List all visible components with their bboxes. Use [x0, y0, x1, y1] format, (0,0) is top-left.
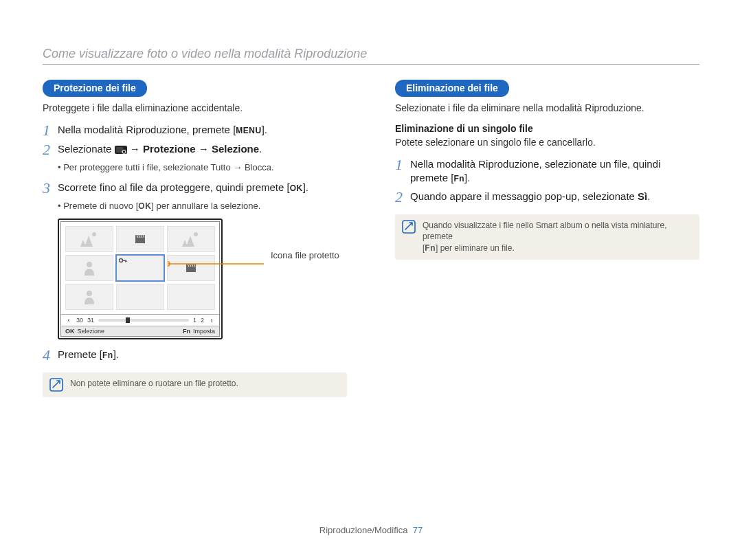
- thumbnail: [116, 226, 164, 252]
- section-heading-deletion: Eliminazione dei file: [395, 80, 509, 97]
- svg-rect-4: [135, 238, 145, 243]
- note-box: Non potete eliminare o ruotare un file p…: [43, 372, 347, 397]
- note-icon: [402, 220, 416, 234]
- step-number: 2: [43, 142, 58, 157]
- svg-point-14: [87, 291, 92, 296]
- subheading: Eliminazione di un singolo file: [395, 123, 699, 134]
- svg-point-3: [92, 232, 96, 236]
- step-number: 4: [43, 348, 58, 363]
- svg-rect-9: [122, 260, 126, 261]
- page-footer: Riproduzione/Modifica 77: [0, 525, 742, 535]
- step-text: Premete [Fn].: [58, 348, 119, 361]
- movie-clapper-icon: [135, 235, 145, 243]
- thumbnail: [65, 284, 113, 310]
- key-lock-icon: [119, 257, 127, 264]
- note-box: Quando visualizzate i file nello Smart a…: [395, 214, 699, 260]
- thumbnail-selected: [116, 255, 164, 281]
- manual-page: Come visualizzare foto o video nella mod…: [0, 0, 742, 560]
- chapter-title: Come visualizzare foto o video nella mod…: [43, 47, 699, 65]
- step-2: 2 Selezionate → Protezione → Selezione.: [43, 142, 347, 157]
- movie-clapper-icon: [186, 264, 196, 272]
- right-arrow-icon: ›: [208, 317, 215, 324]
- intro-text: Selezionate i file da eliminare nella mo…: [395, 102, 699, 113]
- section-heading-protection: Protezione dei file: [43, 80, 147, 97]
- note-icon: [49, 378, 63, 392]
- step-3: 3 Scorrete fino al file da proteggere, q…: [43, 181, 347, 196]
- timeline-bar: [98, 319, 189, 322]
- step-number: 2: [395, 190, 410, 205]
- step-number: 3: [43, 181, 58, 196]
- camera-screen-illustration: ‹ 30 31 1 2 › OK Selezione: [58, 219, 223, 339]
- step-1: 1 Nella modalità Riproduzione, premete […: [43, 123, 347, 138]
- thumbnail: [116, 284, 164, 310]
- column-left: Protezione dei file Proteggete i file da…: [43, 80, 347, 397]
- step-2: 2 Quando appare il messaggio pop-up, sel…: [395, 190, 699, 205]
- callout-label: Icona file protetto: [271, 250, 339, 260]
- step-1: 1 Nella modalità Riproduzione, seleziona…: [395, 157, 699, 186]
- step-text: Selezionate → Protezione → Selezione.: [58, 142, 262, 156]
- column-right: Eliminazione dei file Selezionate i file…: [395, 80, 699, 397]
- step-text: Nella modalità Riproduzione, selezionate…: [410, 157, 660, 186]
- step-number: 1: [43, 123, 58, 138]
- sub-bullet: Premete di nuovo [OK] per annullare la s…: [58, 200, 347, 212]
- step-text: Nella modalità Riproduzione, premete [ME…: [58, 123, 267, 137]
- svg-point-8: [120, 259, 123, 262]
- sub-intro-text: Potete selezionare un singolo file e can…: [395, 137, 699, 148]
- note-text: Quando visualizzate i file nello Smart a…: [423, 220, 693, 254]
- thumbnail: [167, 255, 215, 281]
- svg-rect-10: [125, 261, 126, 262]
- step-number: 1: [395, 157, 410, 172]
- svg-point-6: [194, 232, 198, 236]
- status-bar: OK Selezione Fn Imposta: [61, 326, 219, 336]
- thumbnail: [65, 255, 113, 281]
- step-text: Scorrete fino al file da proteggere, qui…: [58, 181, 308, 194]
- intro-text: Proteggete i file dalla eliminazione acc…: [43, 102, 347, 113]
- left-arrow-icon: ‹: [65, 317, 72, 324]
- svg-rect-12: [186, 267, 196, 272]
- svg-rect-11: [126, 261, 127, 262]
- svg-point-7: [87, 262, 92, 267]
- settings-icon: [115, 145, 127, 155]
- thumbnail: [65, 226, 113, 252]
- thumbnail: [167, 226, 215, 252]
- calendar-timeline: ‹ 30 31 1 2 ›: [61, 315, 219, 326]
- step-4: 4 Premete [Fn].: [43, 348, 347, 363]
- two-column-layout: Protezione dei file Proteggete i file da…: [43, 80, 699, 397]
- step-text: Quando appare il messaggio pop-up, selez…: [410, 190, 650, 203]
- note-text: Non potete eliminare o ruotare un file p…: [70, 378, 238, 390]
- thumbnail: [167, 284, 215, 310]
- sub-bullet: Per proteggere tutti i file, selezionate…: [58, 161, 347, 174]
